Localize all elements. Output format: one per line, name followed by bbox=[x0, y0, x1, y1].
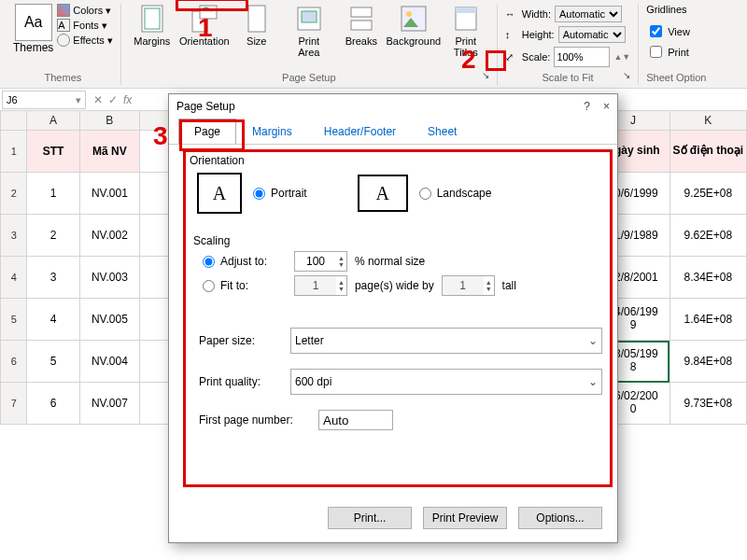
row-header[interactable]: 7 bbox=[1, 383, 27, 425]
adjust-spinner[interactable]: ▲▼ bbox=[294, 251, 347, 272]
colors-icon bbox=[57, 4, 70, 17]
cell[interactable]: Số điện thoại bbox=[669, 131, 746, 173]
cell[interactable]: STT bbox=[27, 131, 79, 173]
row-header[interactable]: 1 bbox=[1, 131, 27, 173]
print-area-icon bbox=[294, 4, 324, 34]
dialog-close-button[interactable]: × bbox=[603, 100, 610, 113]
height-select[interactable]: Automatic bbox=[558, 26, 626, 43]
cancel-icon[interactable]: ✕ bbox=[93, 93, 103, 106]
print-checkbox[interactable]: Print bbox=[646, 43, 690, 61]
annotation-3: 3 bbox=[153, 121, 168, 151]
cell[interactable]: Mã NV bbox=[79, 131, 139, 173]
cell[interactable]: 1 bbox=[27, 173, 79, 215]
colors-button[interactable]: Colors ▾ bbox=[57, 4, 112, 17]
tab-header-footer[interactable]: Header/Footer bbox=[308, 119, 412, 144]
row-header[interactable]: 2 bbox=[1, 173, 27, 215]
size-button[interactable]: Size bbox=[233, 4, 280, 47]
ribbon-group-themes: Aa Themes Colors ▾ AFonts ▾ Effects ▾ Th… bbox=[6, 4, 121, 85]
col-header-k[interactable]: K bbox=[669, 111, 746, 131]
print-area-button[interactable]: Print Area bbox=[286, 4, 332, 58]
scale-dialog-launcher[interactable]: ↘ bbox=[623, 70, 636, 83]
cell[interactable]: 2 bbox=[27, 215, 79, 257]
svg-rect-7 bbox=[351, 7, 372, 17]
tab-sheet[interactable]: Sheet bbox=[412, 119, 472, 144]
page-setup-group-label: Page Setup bbox=[129, 72, 489, 83]
scaling-title: Scaling bbox=[193, 234, 602, 247]
paper-size-select[interactable]: Letter⌄ bbox=[290, 328, 602, 354]
row-header[interactable]: 4 bbox=[1, 257, 27, 299]
print-quality-select[interactable]: 600 dpi⌄ bbox=[290, 369, 602, 395]
portrait-icon: A bbox=[197, 173, 242, 214]
print-titles-icon bbox=[451, 4, 481, 34]
background-button[interactable]: Background bbox=[390, 4, 437, 47]
themes-button[interactable]: Aa Themes bbox=[13, 4, 53, 54]
dialog-titlebar: Page Setup ? × bbox=[169, 94, 617, 119]
options-button[interactable]: Options... bbox=[518, 507, 602, 529]
margins-button[interactable]: Margins bbox=[129, 4, 176, 47]
width-select[interactable]: Automatic bbox=[555, 6, 622, 22]
cell[interactable]: 8.34E+08 bbox=[669, 257, 746, 299]
cell[interactable]: 1.64E+08 bbox=[669, 299, 746, 341]
dialog-title: Page Setup bbox=[176, 100, 235, 113]
first-page-label: First page number: bbox=[199, 413, 311, 427]
cell[interactable]: 5 bbox=[27, 341, 79, 383]
dialog-help-button[interactable]: ? bbox=[584, 100, 590, 113]
width-icon: ↔ bbox=[505, 8, 518, 20]
cell[interactable]: NV.001 bbox=[79, 173, 139, 215]
enter-icon[interactable]: ✓ bbox=[108, 93, 118, 106]
annotation-2: 2 bbox=[461, 45, 476, 75]
fonts-button[interactable]: AFonts ▾ bbox=[57, 19, 112, 32]
cell[interactable]: 3 bbox=[27, 257, 79, 299]
page-setup-dialog-launcher[interactable]: ↘ bbox=[482, 70, 495, 83]
cell[interactable]: 9.62E+08 bbox=[669, 215, 746, 257]
background-icon bbox=[399, 4, 429, 34]
effects-icon bbox=[57, 34, 70, 47]
cell[interactable]: 9.73E+08 bbox=[669, 383, 746, 425]
col-header-a[interactable]: A bbox=[27, 111, 79, 131]
height-icon: ↕ bbox=[505, 29, 518, 40]
svg-rect-12 bbox=[456, 7, 476, 13]
cell[interactable]: 6 bbox=[27, 383, 79, 425]
cell[interactable]: NV.003 bbox=[79, 257, 139, 299]
dialog-body: Orientation A Portrait A Landscape Scali… bbox=[169, 145, 617, 499]
size-icon bbox=[242, 4, 272, 34]
select-all[interactable] bbox=[1, 111, 27, 131]
row-header[interactable]: 6 bbox=[1, 341, 27, 383]
cell[interactable]: NV.005 bbox=[79, 299, 139, 341]
ribbon-group-scale: ↔Width:Automatic ↕Height:Automatic ⤢Scal… bbox=[498, 4, 639, 85]
cell[interactable]: 4 bbox=[27, 299, 79, 341]
row-header[interactable]: 5 bbox=[1, 299, 27, 341]
fx-icon[interactable]: fx bbox=[123, 93, 132, 106]
print-button[interactable]: Print... bbox=[328, 507, 412, 529]
tab-page[interactable]: Page bbox=[178, 119, 236, 144]
gridlines-label: Gridlines bbox=[646, 4, 686, 15]
view-checkbox[interactable]: View bbox=[646, 22, 690, 40]
cell[interactable]: NV.004 bbox=[79, 341, 139, 383]
breaks-button[interactable]: Breaks bbox=[338, 4, 385, 47]
name-box[interactable]: J6▾ bbox=[2, 91, 86, 109]
svg-point-10 bbox=[406, 11, 412, 17]
cell[interactable]: NV.007 bbox=[79, 383, 139, 425]
print-preview-button[interactable]: Print Preview bbox=[423, 507, 507, 529]
fit-height-spinner[interactable]: ▲▼ bbox=[442, 275, 495, 296]
themes-group-label: Themes bbox=[13, 72, 113, 83]
col-header-b[interactable]: B bbox=[79, 111, 139, 131]
landscape-radio[interactable]: Landscape bbox=[419, 187, 492, 200]
fonts-icon: A bbox=[57, 19, 70, 32]
fit-to-radio[interactable]: Fit to: bbox=[203, 279, 287, 292]
svg-rect-4 bbox=[248, 6, 265, 32]
cell[interactable]: NV.002 bbox=[79, 215, 139, 257]
first-page-input[interactable] bbox=[318, 410, 393, 430]
effects-button[interactable]: Effects ▾ bbox=[57, 34, 112, 47]
cell[interactable]: 9.25E+08 bbox=[669, 173, 746, 215]
annotation-1: 1 bbox=[198, 13, 213, 43]
fit-width-spinner[interactable]: ▲▼ bbox=[294, 275, 347, 296]
tab-margins[interactable]: Margins bbox=[236, 119, 308, 144]
cell[interactable]: 9.84E+08 bbox=[669, 341, 746, 383]
scale-input[interactable] bbox=[554, 47, 610, 67]
row-header[interactable]: 3 bbox=[1, 215, 27, 257]
adjust-to-radio[interactable]: Adjust to: bbox=[203, 255, 287, 268]
portrait-radio[interactable]: Portrait bbox=[253, 187, 307, 200]
svg-rect-9 bbox=[402, 7, 426, 31]
themes-icon: Aa bbox=[15, 4, 52, 41]
